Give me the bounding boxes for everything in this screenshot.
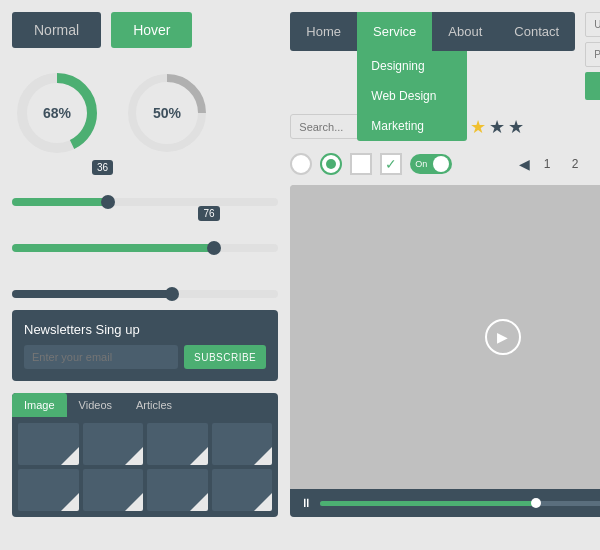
newsletter-title: Newsletters Sing up <box>24 322 266 337</box>
page-2[interactable]: 2 <box>564 153 586 175</box>
newsletter-section: Newsletters Sing up SUBSCRIBE <box>12 310 278 381</box>
slider-2[interactable]: 76 <box>12 224 278 252</box>
gallery-thumb-8[interactable] <box>212 469 273 511</box>
gallery-tabs: Image Videos Articles <box>12 393 278 417</box>
nav-bar: Home Service About Contact <box>290 12 575 51</box>
page-1[interactable]: 1 <box>536 153 558 175</box>
video-progress-dot <box>531 498 541 508</box>
video-player: ▶ ⏸ 🔊 <box>290 185 600 517</box>
sliders-section: 36 76 <box>12 178 278 298</box>
nav-home[interactable]: Home <box>290 12 357 51</box>
newsletter-email-input[interactable] <box>24 345 178 369</box>
checkbox-empty[interactable] <box>350 153 372 175</box>
toggle-knob <box>433 156 449 172</box>
login-button[interactable]: Login <box>585 72 600 100</box>
login-form: Login <box>585 12 600 100</box>
normal-button[interactable]: Normal <box>12 12 101 48</box>
nav-dropdown-marketing[interactable]: Marketing <box>357 111 467 141</box>
hover-button[interactable]: Hover <box>111 12 192 48</box>
slider-2-label: 76 <box>198 206 219 221</box>
donut-68: 68% <box>12 68 102 158</box>
video-progress-fill <box>320 501 536 506</box>
pagination: ◀ 1 2 3 4 5 6 ▶ <box>519 153 600 175</box>
controls-row: ✓ On ◀ 1 2 3 4 5 6 ▶ <box>290 153 600 175</box>
radio-unselected[interactable] <box>290 153 312 175</box>
donut-charts: 68% 50% <box>12 60 278 166</box>
gallery-thumb-3[interactable] <box>147 423 208 465</box>
newsletter-subscribe-button[interactable]: SUBSCRIBE <box>184 345 266 369</box>
gallery-tab-videos[interactable]: Videos <box>67 393 124 417</box>
gallery-thumb-7[interactable] <box>147 469 208 511</box>
page-3[interactable]: 3 <box>592 153 600 175</box>
gallery-thumb-2[interactable] <box>83 423 144 465</box>
gallery-tab-image[interactable]: Image <box>12 393 67 417</box>
password-input[interactable] <box>585 42 600 67</box>
nav-area: Home Service About Contact Designing Web… <box>290 12 575 51</box>
radio-selected[interactable] <box>320 153 342 175</box>
svg-text:50%: 50% <box>153 105 182 121</box>
gallery-tab-articles[interactable]: Articles <box>124 393 184 417</box>
toggle-on[interactable]: On <box>410 154 452 174</box>
gallery-section: Image Videos Articles <box>12 393 278 517</box>
nav-dropdown: Designing Web Design Marketing <box>357 51 467 141</box>
nav-service[interactable]: Service <box>357 12 432 51</box>
nav-dropdown-webdesign[interactable]: Web Design <box>357 81 467 111</box>
play-icon: ▶ <box>497 329 508 345</box>
checkbox-checked[interactable]: ✓ <box>380 153 402 175</box>
donut-50: 50% <box>122 68 212 158</box>
gallery-thumb-1[interactable] <box>18 423 79 465</box>
video-controls-bar: ⏸ 🔊 <box>290 489 600 517</box>
star-5[interactable]: ★ <box>508 116 524 138</box>
page-prev-arrow[interactable]: ◀ <box>519 156 530 172</box>
video-pause-button[interactable]: ⏸ <box>300 496 312 510</box>
video-screen[interactable]: ▶ <box>290 185 600 489</box>
nav-contact[interactable]: Contact <box>498 12 575 51</box>
star-4[interactable]: ★ <box>489 116 505 138</box>
slider-1-label: 36 <box>92 160 113 175</box>
slider-1[interactable]: 36 <box>12 178 278 206</box>
gallery-thumb-6[interactable] <box>83 469 144 511</box>
slider-3[interactable] <box>12 270 278 298</box>
video-play-button[interactable]: ▶ <box>485 319 521 355</box>
nav-dropdown-designing[interactable]: Designing <box>357 51 467 81</box>
star-3[interactable]: ★ <box>470 116 486 138</box>
gallery-grid <box>12 417 278 517</box>
gallery-thumb-4[interactable] <box>212 423 273 465</box>
video-progress-track[interactable] <box>320 501 600 506</box>
toggle-label: On <box>415 159 427 169</box>
username-input[interactable] <box>585 12 600 37</box>
gallery-thumb-5[interactable] <box>18 469 79 511</box>
nav-about[interactable]: About <box>432 12 498 51</box>
svg-text:68%: 68% <box>43 105 72 121</box>
